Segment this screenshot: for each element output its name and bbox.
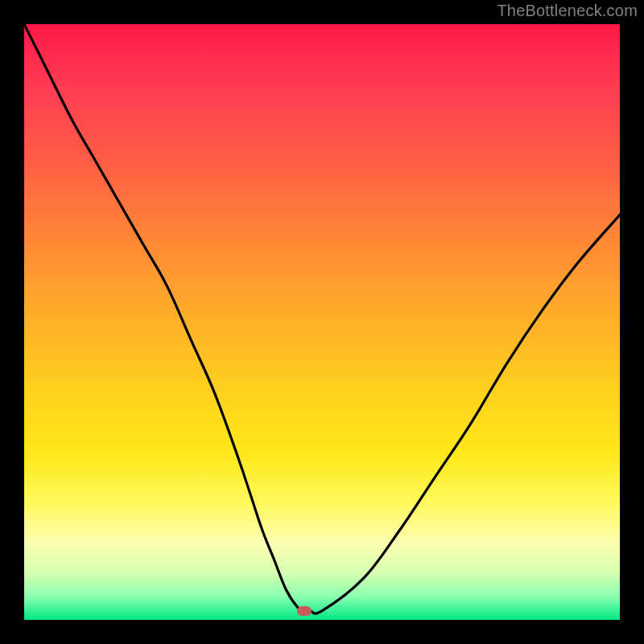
plot-area: [24, 24, 620, 620]
chart-frame: TheBottleneck.com: [0, 0, 644, 644]
bottleneck-curve: [24, 24, 620, 620]
optimal-marker: [297, 606, 312, 616]
watermark-text: TheBottleneck.com: [497, 2, 638, 20]
